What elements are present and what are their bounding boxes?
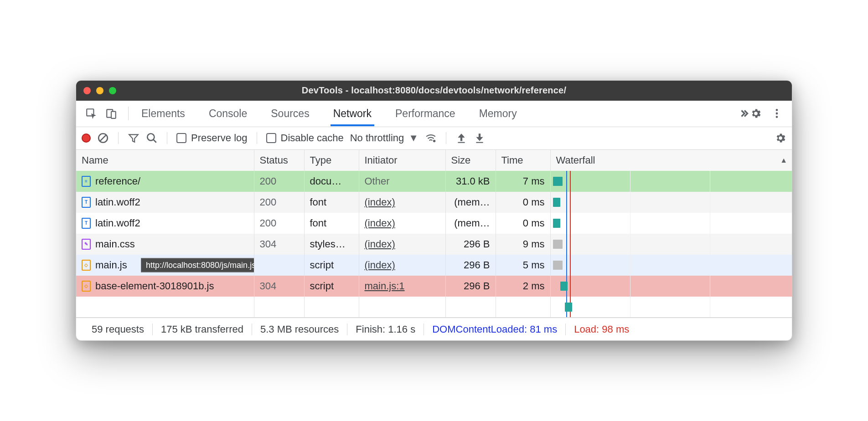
divider: [128, 107, 129, 120]
cell-time: 2 ms: [496, 276, 550, 297]
device-toolbar-icon[interactable]: [105, 108, 117, 119]
col-header-name[interactable]: Name: [76, 150, 254, 171]
tab-elements[interactable]: Elements: [139, 101, 188, 126]
col-header-size[interactable]: Size: [445, 150, 496, 171]
initiator-link[interactable]: (index): [365, 259, 395, 271]
table-row[interactable]: ◇main.jshttp://localhost:8080/js/main.js…: [76, 255, 792, 276]
throttling-dropdown[interactable]: No throttling ▼: [350, 132, 418, 144]
network-toolbar: Preserve log Disable cache No throttling…: [76, 127, 792, 150]
svg-point-4: [776, 113, 778, 115]
window-controls: [83, 87, 116, 94]
col-header-initiator[interactable]: Initiator: [359, 150, 445, 171]
svg-point-8: [147, 134, 154, 141]
status-load: Load: 98 ms: [566, 323, 637, 335]
preserve-log-label: Preserve log: [191, 132, 248, 144]
cell-type: script: [304, 276, 359, 297]
cell-size: (mem…: [445, 192, 496, 213]
js-file-icon: ◇: [82, 260, 91, 271]
disable-cache-checkbox[interactable]: Disable cache: [266, 132, 344, 144]
cell-waterfall: [550, 213, 792, 234]
filter-icon[interactable]: [128, 132, 140, 144]
clear-icon[interactable]: [97, 132, 109, 144]
tab-performance[interactable]: Performance: [393, 101, 458, 126]
col-header-type[interactable]: Type: [304, 150, 359, 171]
request-name: main.js: [95, 259, 127, 271]
search-icon[interactable]: [146, 132, 158, 144]
close-window-button[interactable]: [83, 87, 91, 94]
divider: [118, 132, 119, 144]
table-row[interactable]: ✎main.css304styles…(index)296 B9 ms: [76, 234, 792, 255]
panel-settings-icon[interactable]: [775, 132, 786, 144]
svg-rect-11: [458, 142, 465, 143]
cell-waterfall: [550, 234, 792, 255]
cell-status: 304: [254, 276, 304, 297]
cell-status: 200: [254, 192, 304, 213]
inspect-element-icon[interactable]: [85, 108, 97, 119]
upload-har-icon[interactable]: [455, 132, 467, 144]
cell-status: 200: [254, 213, 304, 234]
status-finish: Finish: 1.16 s: [347, 323, 424, 335]
tab-memory[interactable]: Memory: [476, 101, 520, 126]
request-name: latin.woff2: [95, 217, 140, 229]
cell-initiator: (index): [359, 192, 445, 213]
cell-size: 296 B: [445, 276, 496, 297]
cell-type: script: [304, 255, 359, 276]
cell-size: (mem…: [445, 213, 496, 234]
svg-rect-12: [476, 142, 483, 143]
status-transferred: 175 kB transferred: [153, 323, 252, 335]
record-button[interactable]: [82, 133, 91, 143]
cell-time: 7 ms: [496, 171, 550, 192]
col-header-status[interactable]: Status: [254, 150, 304, 171]
preserve-log-checkbox[interactable]: Preserve log: [176, 132, 248, 144]
table-row[interactable]: Tlatin.woff2200font(index)(mem…0 ms: [76, 192, 792, 213]
col-header-time[interactable]: Time: [496, 150, 550, 171]
minimize-window-button[interactable]: [96, 87, 103, 94]
divider: [257, 132, 257, 144]
status-bar: 59 requests 175 kB transferred 5.3 MB re…: [76, 318, 792, 340]
initiator-text: Other: [365, 175, 390, 187]
cell-initiator: Other: [359, 171, 445, 192]
network-table: Name Status Type Initiator Size Time Wat…: [76, 150, 792, 318]
panel-tabs: ElementsConsoleSourcesNetworkPerformance…: [76, 101, 792, 127]
table-row[interactable]: ≡reference/200docu…Other31.0 kB7 ms: [76, 171, 792, 192]
download-har-icon[interactable]: [474, 132, 486, 144]
initiator-link[interactable]: main.js:1: [365, 280, 405, 292]
table-row[interactable]: ◇base-element-3018901b.js304scriptmain.j…: [76, 276, 792, 297]
kebab-menu-icon[interactable]: [771, 108, 783, 119]
cell-type: styles…: [304, 234, 359, 255]
cell-type: font: [304, 213, 359, 234]
url-tooltip: http://localhost:8080/js/main.js: [141, 258, 254, 272]
cell-status: 200: [254, 171, 304, 192]
initiator-link[interactable]: (index): [365, 238, 395, 250]
request-name: reference/: [95, 175, 140, 187]
cell-time: 5 ms: [496, 255, 550, 276]
request-name: main.css: [95, 238, 135, 250]
more-tabs-icon[interactable]: [738, 108, 750, 119]
initiator-link[interactable]: (index): [365, 217, 395, 229]
initiator-link[interactable]: (index): [365, 196, 395, 208]
request-name: base-element-3018901b.js: [95, 280, 214, 292]
tab-network[interactable]: Network: [331, 101, 374, 126]
table-header-row: Name Status Type Initiator Size Time Wat…: [76, 150, 792, 171]
svg-rect-2: [111, 112, 116, 118]
settings-icon[interactable]: [750, 108, 762, 119]
cell-waterfall: [550, 171, 792, 192]
cell-time: 9 ms: [496, 234, 550, 255]
col-header-waterfall[interactable]: Waterfall▲: [550, 150, 792, 171]
cell-type: docu…: [304, 171, 359, 192]
devtools-window: DevTools - localhost:8080/docs/devtools/…: [76, 80, 792, 341]
font-file-icon: T: [82, 197, 91, 208]
cell-waterfall: [550, 192, 792, 213]
cell-initiator: main.js:1: [359, 276, 445, 297]
svg-line-7: [99, 135, 106, 142]
network-conditions-icon[interactable]: [425, 132, 437, 144]
tab-sources[interactable]: Sources: [268, 101, 312, 126]
zoom-window-button[interactable]: [109, 87, 116, 94]
cell-time: 0 ms: [496, 213, 550, 234]
tab-console[interactable]: Console: [206, 101, 250, 126]
cell-waterfall: [550, 255, 792, 276]
divider: [167, 132, 167, 144]
table-row[interactable]: Tlatin.woff2200font(index)(mem…0 ms: [76, 213, 792, 234]
titlebar: DevTools - localhost:8080/docs/devtools/…: [76, 81, 792, 101]
svg-point-5: [776, 116, 778, 118]
